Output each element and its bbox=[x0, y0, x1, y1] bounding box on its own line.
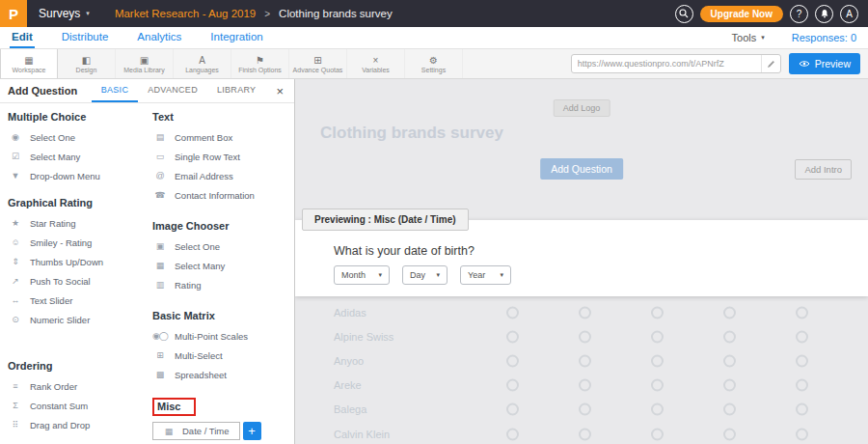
question-type-rank-order[interactable]: ≡ Rank Order bbox=[8, 376, 145, 396]
radio-button[interactable] bbox=[723, 379, 736, 392]
month-select[interactable]: Month ▾ bbox=[334, 265, 390, 285]
radio-button[interactable] bbox=[506, 428, 519, 440]
edit-url-button[interactable] bbox=[761, 55, 780, 72]
radio-button[interactable] bbox=[506, 306, 519, 319]
upgrade-now-button[interactable]: Upgrade Now bbox=[700, 6, 783, 22]
radio-button[interactable] bbox=[651, 428, 664, 440]
matrix-row: Adidas bbox=[295, 300, 868, 324]
question-type-image-rating[interactable]: ▥ Rating bbox=[152, 275, 294, 294]
day-select[interactable]: Day ▾ bbox=[402, 265, 448, 285]
tab-integration[interactable]: Integration bbox=[208, 27, 264, 48]
radio-button[interactable] bbox=[506, 379, 519, 392]
question-type-star-rating[interactable]: ★ Star Rating bbox=[8, 213, 145, 233]
toolbar-languages[interactable]: A Languages bbox=[174, 49, 231, 78]
radio-button[interactable] bbox=[796, 428, 808, 440]
question-type-smiley-rating[interactable]: ☺ Smiley - Rating bbox=[8, 233, 145, 252]
question-type-select-many[interactable]: ☑ Select Many bbox=[8, 147, 145, 166]
question-type-numeric-slider[interactable]: ⊙ Numeric Slider bbox=[8, 310, 145, 329]
tab-analytics[interactable]: Analytics bbox=[135, 27, 183, 48]
radio-button[interactable] bbox=[796, 354, 808, 367]
question-type-multi-point-scales[interactable]: ◉◯ Multi-Point Scales bbox=[152, 326, 294, 346]
question-type-select-one[interactable]: ◉ Select One bbox=[8, 127, 145, 147]
surveys-menu-label: Surveys bbox=[39, 7, 80, 20]
question-type-spreadsheet[interactable]: ▩ Spreadsheet bbox=[152, 365, 294, 384]
add-question-button[interactable]: Add Question bbox=[540, 158, 623, 180]
question-type-comment-box[interactable]: ▤ Comment Box bbox=[152, 127, 294, 147]
radio-button[interactable] bbox=[796, 330, 808, 343]
radio-button[interactable] bbox=[651, 379, 664, 392]
tab-edit[interactable]: Edit bbox=[10, 27, 35, 48]
toolbar-settings[interactable]: ⚙ Settings bbox=[405, 49, 463, 78]
radio-button[interactable] bbox=[579, 306, 591, 319]
avatar[interactable]: A bbox=[840, 5, 858, 23]
tab-advanced[interactable]: ADVANCED bbox=[138, 79, 207, 102]
radio-button[interactable] bbox=[796, 306, 808, 319]
contact-information-icon: ☎ bbox=[152, 190, 167, 200]
add-intro-button[interactable]: Add Intro bbox=[795, 159, 852, 180]
question-type-label: Email Address bbox=[175, 171, 233, 181]
question-type-date-time[interactable]: ▦ Date / Time bbox=[152, 422, 240, 440]
question-type-single-row-text[interactable]: ▭ Single Row Text bbox=[152, 147, 294, 166]
toolbar-design[interactable]: ◧ Design bbox=[58, 49, 116, 78]
radio-button[interactable] bbox=[506, 354, 519, 367]
survey-url-input[interactable] bbox=[572, 59, 761, 69]
radio-button[interactable] bbox=[506, 403, 519, 416]
question-type-contact-information[interactable]: ☎ Contact Information bbox=[152, 185, 294, 205]
radio-button[interactable] bbox=[579, 354, 591, 367]
surveys-menu[interactable]: Surveys ▾ bbox=[39, 7, 90, 20]
radio-button[interactable] bbox=[579, 379, 591, 392]
toolbar-workspace[interactable]: ▦ Workspace bbox=[0, 49, 58, 78]
drag-and-drop-icon: ⠿ bbox=[8, 420, 22, 430]
tools-menu[interactable]: Tools ▾ bbox=[732, 32, 765, 43]
tab-library[interactable]: LIBRARY bbox=[207, 79, 265, 102]
nav-right: Tools ▾ Responses: 0 bbox=[732, 27, 856, 48]
radio-button[interactable] bbox=[723, 306, 736, 319]
radio-button[interactable] bbox=[651, 403, 664, 416]
radio-button[interactable] bbox=[651, 354, 664, 367]
radio-button[interactable] bbox=[579, 330, 591, 343]
toolbar-variables[interactable]: × Variables bbox=[347, 49, 405, 78]
toolbar-media-library[interactable]: ▣ Media Library bbox=[116, 49, 174, 78]
preview-button[interactable]: Preview bbox=[789, 53, 860, 74]
notifications-button[interactable] bbox=[815, 5, 833, 23]
tools-label: Tools bbox=[732, 32, 757, 43]
search-button[interactable] bbox=[675, 5, 693, 23]
question-type-drag-and-drop[interactable]: ⠿ Drag and Drop bbox=[8, 415, 145, 434]
add-logo-button[interactable]: Add Logo bbox=[554, 99, 610, 117]
survey-title[interactable]: Clothing brands survey bbox=[320, 124, 503, 143]
radio-button[interactable] bbox=[723, 330, 736, 343]
radio-button[interactable] bbox=[506, 330, 519, 343]
day-select-value: Day bbox=[410, 270, 425, 280]
year-select[interactable]: Year ▾ bbox=[460, 265, 511, 285]
question-type-text-slider[interactable]: ↔ Text Slider bbox=[8, 291, 145, 310]
question-type-multi-select[interactable]: ⊞ Multi-Select bbox=[152, 346, 294, 365]
question-type-push-to-social[interactable]: ↗ Push To Social bbox=[8, 271, 145, 291]
question-type-constant-sum[interactable]: Σ Constant Sum bbox=[8, 396, 145, 415]
radio-button[interactable] bbox=[579, 428, 591, 440]
question-type-dropdown-menu[interactable]: ▼ Drop-down Menu bbox=[8, 166, 145, 185]
question-type-image-select-one[interactable]: ▣ Select One bbox=[152, 236, 294, 256]
add-date-time-button[interactable]: + bbox=[243, 422, 261, 440]
tab-distribute[interactable]: Distribute bbox=[60, 27, 111, 48]
radio-button[interactable] bbox=[723, 403, 736, 416]
questionpro-logo[interactable]: P bbox=[0, 0, 27, 27]
question-type-email-address[interactable]: @ Email Address bbox=[152, 166, 294, 185]
toolbar-finish-options[interactable]: ⚑ Finish Options bbox=[231, 49, 289, 78]
radio-button[interactable] bbox=[651, 330, 664, 343]
radio-button[interactable] bbox=[723, 354, 736, 367]
radio-button[interactable] bbox=[579, 403, 591, 416]
radio-button[interactable] bbox=[651, 306, 664, 319]
radio-button[interactable] bbox=[796, 403, 808, 416]
responses-count[interactable]: Responses: 0 bbox=[792, 32, 856, 43]
matrix-row-label: Balega bbox=[334, 403, 366, 415]
radio-button[interactable] bbox=[723, 428, 736, 440]
help-button[interactable]: ? bbox=[790, 5, 808, 23]
tab-basic[interactable]: BASIC bbox=[92, 79, 139, 102]
question-type-label: Select Many bbox=[30, 152, 80, 162]
breadcrumb-folder[interactable]: Market Research - Aug 2019 bbox=[115, 8, 256, 19]
close-panel-button[interactable]: × bbox=[265, 79, 294, 102]
radio-button[interactable] bbox=[796, 379, 808, 392]
question-type-image-select-many[interactable]: ▦ Select Many bbox=[152, 256, 294, 275]
toolbar-advance-quotas[interactable]: ⊞ Advance Quotas bbox=[289, 49, 347, 78]
question-type-thumbs-up-down[interactable]: ⇕ Thumbs Up/Down bbox=[8, 252, 145, 271]
